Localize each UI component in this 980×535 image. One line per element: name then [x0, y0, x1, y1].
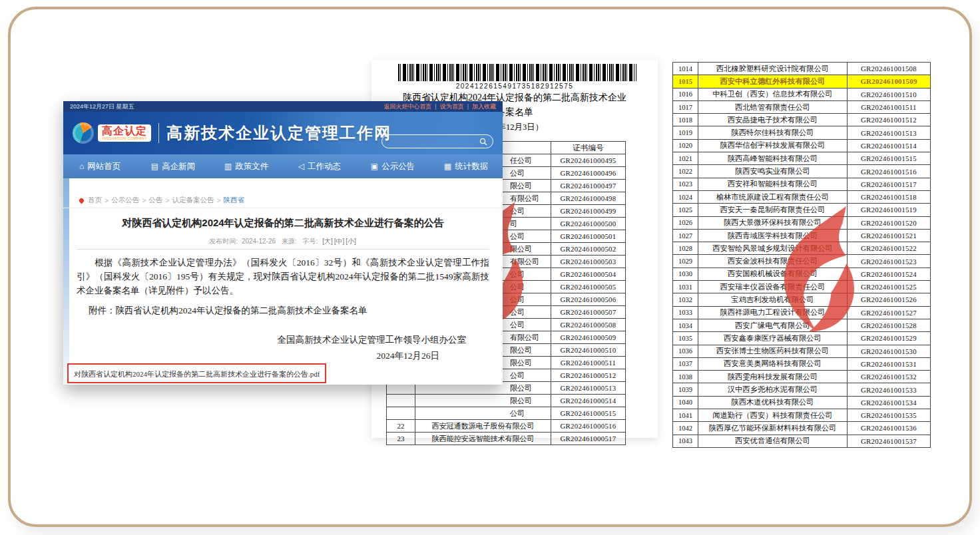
roster-row: 1037西安意美奥网络科技有限公司GR202461001531 [673, 358, 930, 371]
article-divider [77, 249, 489, 250]
roster-cell-index: 1041 [673, 409, 698, 421]
topbar-link-0[interactable]: 返回火炬中心首页 [383, 103, 431, 110]
roster-row: 1016中科卫创（西安）信息技术有限公司GR202461001510 [673, 89, 930, 101]
doc-cell-cert: GR202461000496 [551, 167, 625, 179]
roster-cell-cert: GR202461001513 [848, 126, 930, 138]
roster-cell-index: 1029 [673, 255, 698, 267]
publish-time-value: 2024-12-26 [242, 238, 276, 245]
doc-cell-cert: GR202461000495 [551, 154, 625, 166]
roster-cell-index: 1028 [673, 242, 698, 254]
roster-cell-cert: GR202461001537 [848, 435, 930, 447]
logo-subtext: INNOVATION COMPANY [102, 137, 147, 141]
site-title: 高新技术企业认定管理工作网 [166, 122, 391, 144]
doc-cell-name: 限公司 [415, 395, 551, 407]
logo[interactable]: 高企认定 INNOVATION COMPANY [98, 124, 151, 142]
nav-item-1[interactable]: ▤高企新闻 [136, 154, 210, 178]
roster-cell-index: 1040 [673, 397, 698, 409]
roster-cell-cert: GR202461001512 [848, 114, 930, 126]
page-content: 首页>公示公告>公告>认定备案公告>陕西省 对陕西省认定机构2024年认定报备的… [63, 178, 503, 385]
breadcrumb-item-1[interactable]: 公示公告 [111, 196, 139, 205]
roster-cell-name: 陕西厚亿节能环保新材料科技有限公司 [698, 422, 848, 434]
roster-cell-index: 1020 [673, 140, 698, 152]
article-meta: 发布时间:2024-12-26 来源: 字号:[大][中][小] [63, 237, 503, 246]
roster-row: 1041闻道勤行（西安）科技有限责任公司GR202461001535 [673, 409, 930, 422]
roster-row: 1021陕西高峰智能科技有限公司GR202461001515 [673, 152, 930, 165]
roster-cell-index: 1016 [673, 89, 698, 100]
topbar-link-1[interactable]: 设为首页 [440, 103, 464, 110]
barcode [398, 64, 636, 81]
roster-cell-index: 1014 [673, 63, 698, 75]
doc-cell-cert: GR202461000513 [551, 382, 625, 394]
roster-cell-cert: GR202461001535 [848, 409, 930, 421]
nav-item-label: 统计数据 [455, 161, 488, 172]
doc-cell-cert: GR202461000503 [551, 256, 625, 268]
roster-cell-cert: GR202461001532 [848, 371, 930, 383]
nav-item-2[interactable]: ▥政策文件 [210, 154, 283, 178]
breadcrumb-item-2[interactable]: 公告 [148, 196, 162, 205]
doc-cell-index [387, 395, 415, 407]
breadcrumb-item-3[interactable]: 认定备案公告 [172, 196, 214, 205]
nav-item-5[interactable]: ▦统计数据 [429, 154, 503, 178]
doc-cell-name: 陕西能控安远智能技术有限公司 [415, 433, 551, 445]
roster-cell-name: 中科卫创（西安）信息技术有限公司 [698, 89, 848, 100]
search-box[interactable] [381, 134, 493, 148]
link-separator: | [435, 103, 436, 110]
topbar-link-2[interactable]: 加入收藏 [472, 103, 496, 110]
roster-cell-cert: GR202461001510 [848, 89, 930, 100]
roster-cell-name: 西安张博士生物医药科技有限公司 [698, 345, 848, 357]
search-icon[interactable] [479, 138, 487, 146]
breadcrumb-item-4[interactable]: 陕西省 [224, 196, 245, 205]
roster-row: 1018西安晶捷电子技术有限公司GR202461001512 [673, 114, 930, 126]
breadcrumb-separator: > [142, 196, 146, 204]
link-separator: | [467, 103, 469, 110]
doc-table-row: 22西安冠通数源电子股份有限公司GR202461000516 [387, 420, 625, 433]
roster-cell-index: 1023 [673, 178, 698, 190]
doc-cell-cert: GR202461000516 [551, 420, 625, 432]
doc-cell-index: 23 [387, 433, 415, 445]
roster-cell-name: 汉中西乡尧柏水泥有限公司 [698, 383, 848, 395]
roster-cell-index: 1027 [673, 230, 698, 242]
font-size-button-0[interactable]: [大] [322, 238, 333, 245]
nav-item-0[interactable]: ⌂网站首页 [63, 154, 136, 178]
doc-cell-cert: GR202461000501 [551, 230, 625, 242]
roster-cell-cert: GR202461001534 [848, 397, 930, 409]
nav-item-3[interactable]: ◁工作动态 [283, 154, 356, 178]
signature-office: 全国高新技术企业认定管理工作领导小组办公室 [63, 334, 466, 346]
roster-cell-index: 1031 [673, 281, 698, 293]
roster-cell-index: 1036 [673, 345, 698, 357]
roster-cell-index: 1030 [673, 268, 698, 280]
roster-row: 1038陕西雯甪科技发展有限公司GR202461001532 [673, 371, 930, 383]
doc-cell-index: 22 [387, 420, 415, 432]
roster-cell-name: 陕西华信创宇科技发展有限公司 [698, 140, 848, 152]
doc-cell-cert: GR202461000517 [551, 433, 625, 445]
paper-plane-icon: ◁ [298, 162, 304, 171]
search-input[interactable] [387, 137, 479, 146]
roster-cell-name: 陕西木道优科技有限公司 [698, 397, 848, 409]
roster-row: 1039汉中西乡尧柏水泥有限公司GR202461001533 [673, 383, 930, 396]
roster-cell-index: 1024 [673, 191, 698, 203]
roster-cell-cert: GR202461001511 [848, 101, 930, 113]
roster-row: 1043西安优音通信有限公司GR202461001537 [673, 435, 930, 448]
font-size-button-2[interactable]: [小] [346, 238, 356, 245]
roster-cell-index: 1026 [673, 217, 698, 229]
roster-cell-cert: GR202461001533 [848, 383, 930, 395]
utility-bar: 2024年12月27日 星期五 返回火炬中心首页|设为首页|加入收藏 [63, 101, 503, 112]
breadcrumb-item-0[interactable]: 首页 [88, 196, 102, 205]
doc-cell-cert: GR202461000512 [551, 369, 625, 381]
logo-icon [73, 122, 94, 144]
doc-cell-cert: GR202461000515 [551, 407, 625, 419]
font-size-button-1[interactable]: [中] [334, 238, 345, 245]
nav-item-4[interactable]: ▣公示公告 [356, 154, 429, 178]
doc-cell-cert: GR202461000510 [551, 344, 625, 356]
roster-cell-name: 西北橡胶塑料研究设计院有限公司 [698, 63, 848, 75]
roster-cell-index: 1038 [673, 371, 698, 383]
doc-cell-cert: GR202461000504 [551, 268, 625, 280]
font-size-buttons: [大][中][小] [322, 238, 357, 245]
roster-cell-cert: GR202461001518 [848, 191, 930, 203]
pdf-attachment-link[interactable]: 对陕西省认定机构2024年认定报备的第二批高新技术企业进行备案的公告.pdf [74, 370, 320, 378]
doc-cell-cert: GR202461000508 [551, 319, 625, 331]
doc-cell-index [387, 407, 415, 419]
roster-cell-index: 1042 [673, 422, 698, 434]
roster-cell-index: 1032 [673, 293, 698, 305]
doc-cell-cert: GR202461000502 [551, 243, 625, 255]
